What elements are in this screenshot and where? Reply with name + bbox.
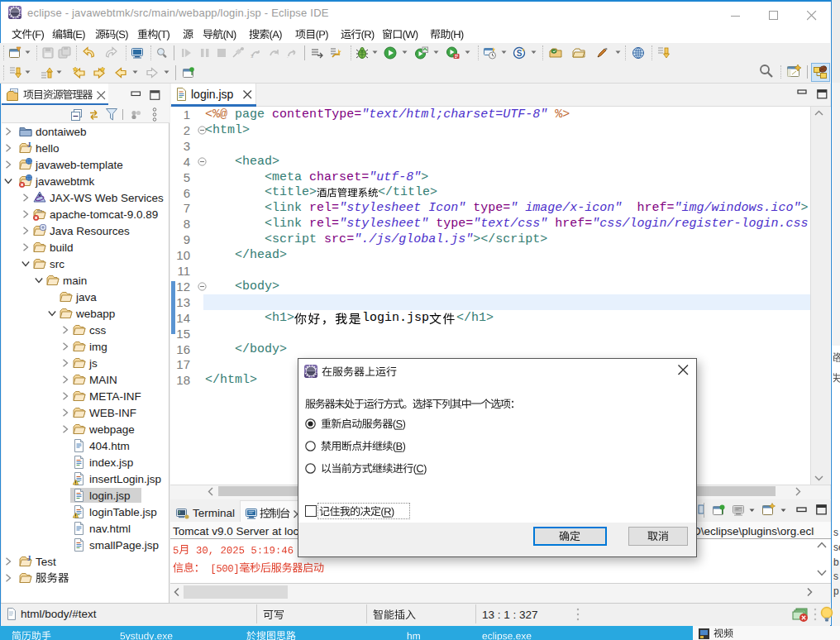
svg-text:S: S bbox=[517, 49, 523, 58]
